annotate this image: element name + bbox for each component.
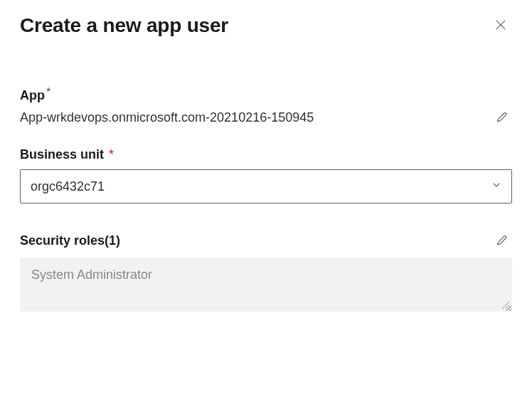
panel-title: Create a new app user xyxy=(20,14,228,37)
app-label: App* xyxy=(20,88,512,103)
security-roles-box[interactable]: System Administrator xyxy=(20,258,512,312)
business-unit-label: Business unit * xyxy=(20,147,512,162)
required-indicator: * xyxy=(46,86,50,98)
close-icon xyxy=(494,18,508,34)
business-unit-select-wrap xyxy=(20,169,512,203)
required-indicator: * xyxy=(109,147,114,162)
app-value: App-wrkdevops.onmicrosoft.com-20210216-1… xyxy=(20,110,314,125)
close-button[interactable] xyxy=(489,14,512,37)
security-role-item: System Administrator xyxy=(31,268,152,282)
app-field: App* App-wrkdevops.onmicrosoft.com-20210… xyxy=(20,88,512,127)
app-label-text: App xyxy=(20,88,45,102)
security-roles-label-text: Security roles xyxy=(20,233,105,248)
business-unit-field: Business unit * xyxy=(20,147,512,203)
create-app-user-panel: Create a new app user App* App-wrkdevops… xyxy=(0,0,532,332)
app-value-row: App-wrkdevops.onmicrosoft.com-20210216-1… xyxy=(20,107,512,127)
security-roles-header: Security roles(1) xyxy=(20,231,512,250)
business-unit-label-text: Business unit xyxy=(20,147,104,162)
security-roles-box-wrap: System Administrator xyxy=(20,258,512,312)
pencil-icon xyxy=(495,233,509,249)
edit-app-button[interactable] xyxy=(492,107,512,127)
business-unit-select[interactable] xyxy=(20,169,512,203)
pencil-icon xyxy=(495,110,509,126)
security-roles-count: (1) xyxy=(105,233,120,248)
edit-security-roles-button[interactable] xyxy=(492,231,512,250)
panel-header: Create a new app user xyxy=(20,14,512,37)
security-roles-label: Security roles(1) xyxy=(20,233,120,248)
